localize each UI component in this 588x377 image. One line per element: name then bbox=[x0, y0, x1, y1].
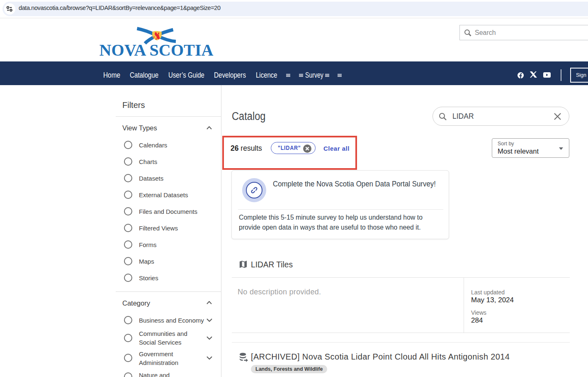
svg-text:NOVA SCOTIA: NOVA SCOTIA bbox=[100, 41, 214, 58]
